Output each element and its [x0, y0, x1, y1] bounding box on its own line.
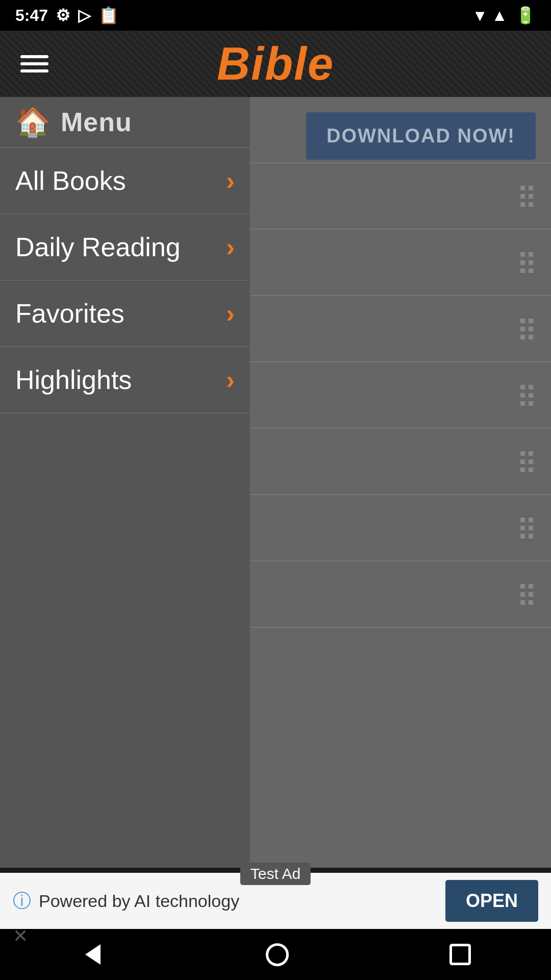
- app-title: Bible: [217, 38, 334, 90]
- wifi-icon: ▾: [475, 6, 484, 25]
- play-icon: ▷: [78, 6, 91, 25]
- list-item[interactable]: [250, 362, 551, 429]
- ad-test-label: Test Ad: [240, 863, 311, 885]
- download-banner[interactable]: DOWNLOAD NOW!: [306, 112, 536, 160]
- hamburger-line-1: [20, 55, 48, 58]
- menu-item-highlights[interactable]: Highlights ›: [0, 347, 250, 413]
- menu-item-all-books[interactable]: All Books ›: [0, 148, 250, 214]
- more-options-icon-6: [520, 451, 533, 472]
- ad-banner: Test Ad ⓘ Powered by AI technology OPEN …: [0, 873, 551, 929]
- arrow-icon-all-books: ›: [226, 166, 235, 195]
- ad-open-button[interactable]: OPEN: [445, 880, 538, 922]
- hamburger-line-3: [20, 69, 48, 72]
- app-bar: Bible: [0, 31, 551, 97]
- arrow-icon-highlights: ›: [226, 365, 235, 395]
- side-menu: 🏠 Menu All Books › Daily Reading › Favor…: [0, 97, 250, 868]
- arrow-icon-daily-reading: ›: [226, 232, 235, 262]
- ad-left-section: ⓘ Powered by AI technology: [13, 889, 239, 914]
- status-right: ▾ ▲ 🔋: [475, 6, 536, 25]
- ad-powered-text: Powered by AI technology: [39, 891, 239, 911]
- menu-title: Menu: [61, 107, 132, 137]
- more-options-icon-4: [520, 318, 533, 339]
- signal-icon: ▲: [491, 6, 508, 25]
- hamburger-button[interactable]: [15, 50, 54, 78]
- battery-icon: 🔋: [515, 6, 536, 25]
- menu-item-label-daily-reading: Daily Reading: [15, 232, 181, 262]
- main-content: 🏠 Menu All Books › Daily Reading › Favor…: [0, 97, 551, 868]
- nav-back-button[interactable]: [80, 942, 106, 967]
- status-bar: 5:47 ⚙ ▷ 📋 ▾ ▲ 🔋: [0, 0, 551, 31]
- menu-items-list: All Books › Daily Reading › Favorites › …: [0, 148, 250, 413]
- menu-item-daily-reading[interactable]: Daily Reading ›: [0, 214, 250, 281]
- list-item[interactable]: [250, 561, 551, 628]
- hamburger-line-2: [20, 62, 48, 65]
- list-item[interactable]: [250, 429, 551, 495]
- more-options-icon-3: [520, 252, 533, 273]
- list-item[interactable]: [250, 495, 551, 561]
- nav-recents-button[interactable]: [449, 944, 471, 965]
- menu-item-label-all-books: All Books: [15, 165, 126, 196]
- nav-home-button[interactable]: [266, 943, 289, 966]
- nav-square-icon: [449, 944, 471, 965]
- right-content-area: DOWNLOAD NOW!: [250, 97, 551, 868]
- more-options-icon-8: [520, 584, 533, 605]
- list-item[interactable]: [250, 163, 551, 230]
- settings-icon: ⚙: [56, 6, 70, 25]
- more-options-icon-5: [520, 385, 533, 406]
- more-options-icon-7: [520, 518, 533, 538]
- list-item[interactable]: [250, 230, 551, 296]
- clipboard-icon: 📋: [98, 6, 119, 25]
- status-time: 5:47: [15, 6, 48, 25]
- list-item[interactable]: [250, 296, 551, 362]
- status-left: 5:47 ⚙ ▷ 📋: [15, 6, 119, 25]
- svg-marker-0: [85, 944, 101, 965]
- menu-item-favorites[interactable]: Favorites ›: [0, 281, 250, 347]
- menu-header: 🏠 Menu: [0, 97, 250, 148]
- arrow-icon-favorites: ›: [226, 299, 235, 328]
- ad-close-button[interactable]: ✕: [13, 925, 28, 947]
- right-rows: [250, 97, 551, 868]
- home-icon[interactable]: 🏠: [15, 106, 51, 139]
- ad-info-icon: ⓘ: [13, 889, 31, 914]
- download-button-text: DOWNLOAD NOW!: [327, 125, 515, 146]
- menu-item-label-favorites: Favorites: [15, 298, 124, 329]
- navigation-bar: [0, 929, 551, 980]
- nav-home-circle-icon: [266, 943, 289, 966]
- menu-item-label-highlights: Highlights: [15, 364, 132, 395]
- more-options-icon-2: [520, 186, 533, 207]
